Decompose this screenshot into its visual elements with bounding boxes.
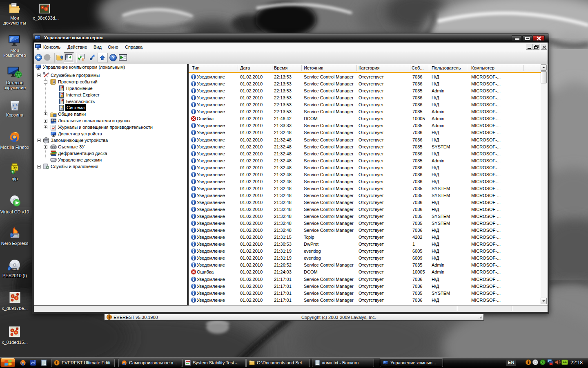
svg-text:D-ROM: D-ROM: [12, 268, 19, 271]
svg-text:?: ?: [112, 55, 115, 61]
